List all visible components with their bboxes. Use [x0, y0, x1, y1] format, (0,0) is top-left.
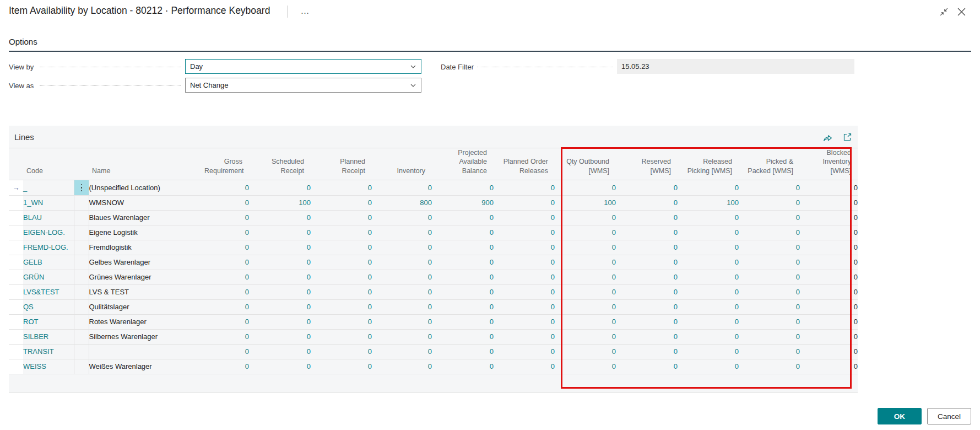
- value-cell-7[interactable]: 0: [616, 180, 678, 195]
- value-cell-6[interactable]: 0: [555, 240, 616, 255]
- value-cell-7[interactable]: 0: [616, 344, 678, 359]
- cancel-button[interactable]: Cancel: [927, 408, 971, 424]
- value-cell-3[interactable]: 0: [372, 284, 432, 299]
- value-cell-4[interactable]: 0: [432, 210, 494, 225]
- value-cell-4[interactable]: 0: [432, 344, 494, 359]
- value-cell-1[interactable]: 0: [249, 284, 311, 299]
- value-cell-5[interactable]: 0: [494, 255, 555, 270]
- value-cell-5[interactable]: 0: [494, 225, 555, 240]
- value-cell-8[interactable]: 0: [678, 344, 739, 359]
- value-cell-1[interactable]: 0: [249, 344, 311, 359]
- more-options-icon[interactable]: …: [297, 4, 313, 18]
- value-cell-5[interactable]: 0: [494, 240, 555, 255]
- value-cell-9[interactable]: 0: [739, 359, 800, 374]
- value-cell-0[interactable]: 0: [198, 344, 249, 359]
- location-code-link[interactable]: 1_WN: [23, 198, 43, 207]
- value-cell-1[interactable]: 0: [249, 225, 311, 240]
- value-cell-3[interactable]: 0: [372, 299, 432, 314]
- value-cell-1[interactable]: 0: [249, 299, 311, 314]
- value-cell-2[interactable]: 0: [311, 329, 372, 344]
- value-cell-4[interactable]: 0: [432, 359, 494, 374]
- value-cell-9[interactable]: 0: [739, 210, 800, 225]
- value-cell-2[interactable]: 0: [311, 255, 372, 270]
- row-menu-icon[interactable]: [74, 180, 89, 195]
- value-cell-9[interactable]: 0: [739, 240, 800, 255]
- value-cell-4[interactable]: 0: [432, 270, 494, 284]
- location-code-link[interactable]: SILBER: [23, 332, 48, 341]
- value-cell-1[interactable]: 0: [249, 314, 311, 329]
- value-cell-5[interactable]: 0: [494, 329, 555, 344]
- value-cell-2[interactable]: 0: [311, 240, 372, 255]
- value-cell-6[interactable]: 0: [555, 210, 616, 225]
- value-cell-8[interactable]: 0: [678, 329, 739, 344]
- value-cell-2[interactable]: 0: [311, 270, 372, 284]
- value-cell-0[interactable]: 0: [198, 359, 249, 374]
- location-code-link[interactable]: GELB: [23, 258, 42, 266]
- value-cell-5[interactable]: 0: [494, 314, 555, 329]
- value-cell-7[interactable]: 0: [616, 284, 678, 299]
- location-code-link[interactable]: GRÜN: [23, 273, 44, 281]
- value-cell-4[interactable]: 0: [432, 299, 494, 314]
- value-cell-0[interactable]: 0: [198, 314, 249, 329]
- value-cell-9[interactable]: 0: [739, 270, 800, 284]
- location-code-link[interactable]: ROT: [23, 318, 38, 326]
- close-icon[interactable]: [954, 4, 968, 19]
- value-cell-9[interactable]: 0: [739, 329, 800, 344]
- value-cell-4[interactable]: 0: [432, 225, 494, 240]
- value-cell-2[interactable]: 0: [311, 180, 372, 195]
- value-cell-0[interactable]: 0: [198, 329, 249, 344]
- view-by-select[interactable]: Day: [185, 59, 421, 74]
- value-cell-1[interactable]: 0: [249, 270, 311, 284]
- value-cell-2[interactable]: 0: [311, 210, 372, 225]
- value-cell-8[interactable]: 0: [678, 210, 739, 225]
- value-cell-0[interactable]: 0: [198, 240, 249, 255]
- value-cell-3[interactable]: 800: [372, 195, 432, 210]
- location-code-link[interactable]: TRANSIT: [23, 347, 54, 356]
- value-cell-4[interactable]: 0: [432, 329, 494, 344]
- value-cell-7[interactable]: 0: [616, 225, 678, 240]
- value-cell-4[interactable]: 0: [432, 284, 494, 299]
- value-cell-9[interactable]: 0: [739, 344, 800, 359]
- value-cell-4[interactable]: 0: [432, 314, 494, 329]
- value-cell-3[interactable]: 0: [372, 329, 432, 344]
- value-cell-9[interactable]: 0: [739, 195, 800, 210]
- value-cell-6[interactable]: 100: [555, 195, 616, 210]
- value-cell-7[interactable]: 0: [616, 314, 678, 329]
- value-cell-8[interactable]: 0: [678, 255, 739, 270]
- value-cell-8[interactable]: 0: [678, 284, 739, 299]
- location-code-link[interactable]: _: [23, 184, 27, 192]
- value-cell-7[interactable]: 0: [616, 299, 678, 314]
- value-cell-9[interactable]: 0: [739, 180, 800, 195]
- value-cell-9[interactable]: 0: [739, 225, 800, 240]
- value-cell-3[interactable]: 0: [372, 359, 432, 374]
- value-cell-9[interactable]: 0: [739, 314, 800, 329]
- value-cell-8[interactable]: 0: [678, 299, 739, 314]
- value-cell-0[interactable]: 0: [198, 270, 249, 284]
- value-cell-5[interactable]: 0: [494, 359, 555, 374]
- value-cell-7[interactable]: 0: [616, 270, 678, 284]
- value-cell-2[interactable]: 0: [311, 344, 372, 359]
- value-cell-9[interactable]: 0: [739, 299, 800, 314]
- share-icon[interactable]: [821, 131, 833, 143]
- value-cell-0[interactable]: 0: [198, 225, 249, 240]
- value-cell-3[interactable]: 0: [372, 210, 432, 225]
- value-cell-8[interactable]: 100: [678, 195, 739, 210]
- ok-button[interactable]: OK: [878, 408, 922, 424]
- value-cell-6[interactable]: 0: [555, 359, 616, 374]
- value-cell-7[interactable]: 0: [616, 329, 678, 344]
- value-cell-5[interactable]: 0: [494, 180, 555, 195]
- value-cell-5[interactable]: 0: [494, 299, 555, 314]
- location-code-link[interactable]: EIGEN-LOG.: [23, 228, 65, 237]
- value-cell-9[interactable]: 0: [739, 255, 800, 270]
- value-cell-4[interactable]: 900: [432, 195, 494, 210]
- value-cell-3[interactable]: 0: [372, 314, 432, 329]
- value-cell-1[interactable]: 0: [249, 359, 311, 374]
- value-cell-5[interactable]: 0: [494, 270, 555, 284]
- value-cell-2[interactable]: 0: [311, 314, 372, 329]
- value-cell-3[interactable]: 0: [372, 255, 432, 270]
- value-cell-6[interactable]: 0: [555, 270, 616, 284]
- value-cell-2[interactable]: 0: [311, 225, 372, 240]
- value-cell-7[interactable]: 0: [616, 255, 678, 270]
- value-cell-0[interactable]: 0: [198, 284, 249, 299]
- value-cell-5[interactable]: 0: [494, 284, 555, 299]
